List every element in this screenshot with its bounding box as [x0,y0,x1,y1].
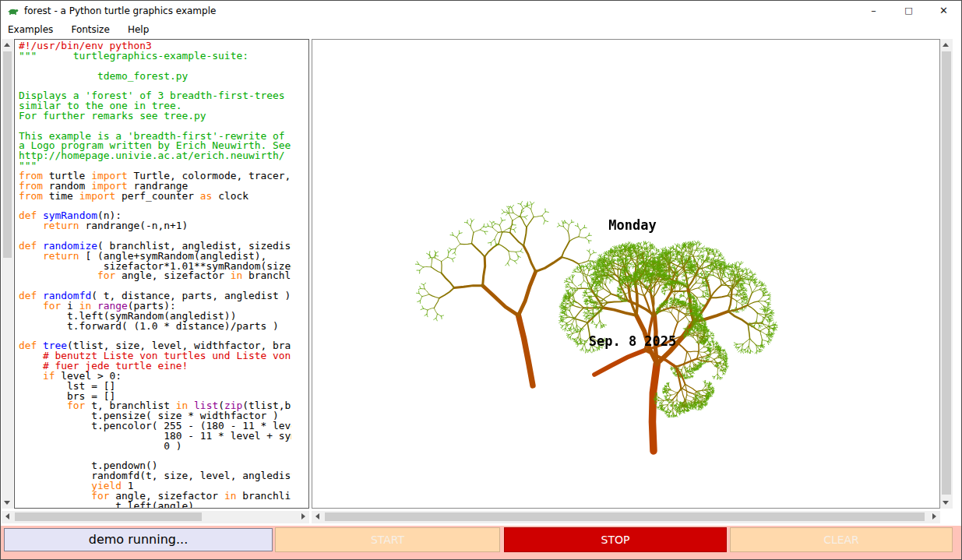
app-window: forest - a Python turtle graphics exampl… [0,0,962,560]
code-line: from time import perf_counter as clock [19,192,291,202]
code-vertical-scrollbar[interactable] [2,39,13,509]
chevron-down-icon [943,501,949,505]
scroll-up-button[interactable] [2,39,13,51]
clear-button[interactable]: CLEAR [730,527,953,552]
menu-item-help[interactable]: Help [121,22,156,38]
code-line: return randrange(-n,n+1) [19,221,291,231]
code-line: 0 ) [19,442,291,452]
code-line: """ turtlegraphics-example-suite: [19,51,291,62]
status-label: demo running... [4,528,273,551]
code-line: for angle, sizefactor in branchlist ] [19,271,291,281]
menubar: Examples Fontsize Help [1,21,961,37]
chevron-right-icon [932,513,936,519]
window-title: forest - a Python turtle graphics exampl… [24,1,216,21]
maximize-button[interactable]: □ [891,1,926,21]
code-horizontal-scrollbar[interactable] [2,511,309,523]
menu-item-fontsize[interactable]: Fontsize [64,22,116,38]
chevron-right-icon [301,513,305,519]
code-line: t.forward( (1.0 * distance)/parts ) [19,322,291,332]
canvas-scroll-left-button[interactable] [312,511,323,523]
canvas-scroll-up-button[interactable] [940,39,952,51]
canvas-vscroll-thumb[interactable] [942,51,951,495]
minimize-button[interactable]: – [856,1,891,21]
canvas-horizontal-scrollbar[interactable] [312,511,940,523]
scroll-right-button[interactable] [298,511,309,523]
titlebar[interactable]: forest - a Python turtle graphics exampl… [1,1,961,21]
canvas-vertical-scrollbar[interactable] [940,39,953,509]
chevron-up-icon [943,43,949,47]
canvas-hscroll-thumb[interactable] [325,512,925,521]
code-text: #!/usr/bin/env python3""" turtlegraphics… [19,41,291,508]
scroll-down-button[interactable] [2,497,13,509]
chevron-left-icon [5,513,9,519]
turtle-canvas [312,39,940,509]
code-editor[interactable]: #!/usr/bin/env python3""" turtlegraphics… [14,39,309,509]
code-line: t.left(angle) [19,502,291,508]
canvas-scroll-down-button[interactable] [940,497,952,509]
code-line: For further remarks see tree.py [19,111,291,122]
start-button[interactable]: START [275,527,500,552]
code-line: http://homepage.univie.ac.at/erich.neuwi… [19,151,291,161]
turtle-icon [7,5,19,17]
chevron-up-icon [4,43,10,47]
canvas-scroll-right-button[interactable] [929,511,940,523]
scroll-left-button[interactable] [2,511,13,523]
chevron-down-icon [4,501,10,505]
close-button[interactable]: ✕ [926,1,961,21]
code-line: tdemo_forest.py [19,72,291,82]
control-bar: demo running... START STOP CLEAR [1,526,962,560]
chevron-left-icon [315,513,319,519]
code-vscroll-thumb[interactable] [3,51,12,258]
code-hscroll-thumb[interactable] [15,512,202,521]
stop-button[interactable]: STOP [504,527,727,552]
menu-item-examples[interactable]: Examples [1,22,60,38]
